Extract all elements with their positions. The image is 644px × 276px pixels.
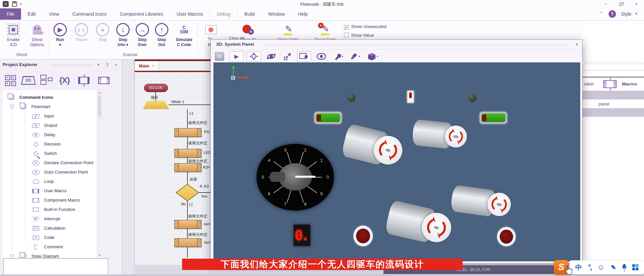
- expander-icon[interactable]: −: [10, 254, 14, 258]
- enable-icd-button[interactable]: EnableICD: [3, 22, 24, 47]
- green-led-bar[interactable]: [314, 111, 342, 124]
- microphone-icon[interactable]: [622, 264, 626, 271]
- 3d-panel-close-icon[interactable]: ×: [576, 42, 578, 47]
- expand-icon[interactable]: [282, 51, 294, 61]
- sphere-object[interactable]: [347, 94, 355, 102]
- component-macro-icon[interactable]: [96, 73, 112, 88]
- windows-icon[interactable]: [39, 73, 55, 88]
- sphere-object[interactable]: [468, 94, 476, 102]
- menu-item-debug[interactable]: Debug: [210, 8, 237, 20]
- motor[interactable]: [411, 116, 468, 154]
- led-component[interactable]: [407, 90, 414, 103]
- panel-close-icon[interactable]: ×: [115, 62, 118, 67]
- menu-item-command-icons[interactable]: Command Icons: [66, 8, 113, 20]
- tree-item-goto-connection-point[interactable]: AGoto Connection Point: [3, 168, 102, 177]
- style-caret-icon[interactable]: ▾: [635, 11, 637, 16]
- minimize-button[interactable]: –: [601, 1, 611, 7]
- flow-loop-node[interactable]: [143, 101, 169, 109]
- component-macro-node[interactable]: [174, 128, 201, 137]
- style-menu[interactable]: Style: [621, 11, 631, 17]
- tree-scrollbar[interactable]: ▲ ▼: [97, 90, 102, 258]
- component-macro-node[interactable]: [174, 149, 201, 158]
- checkbox-show-unexecuted[interactable]: ✓Show Unexecuted: [344, 24, 386, 30]
- collapse-marker[interactable]: [-]: [189, 202, 192, 206]
- component-macro-node[interactable]: [174, 163, 201, 172]
- tab-main[interactable]: Main ×: [135, 61, 159, 71]
- tree-item-loop[interactable]: Loop: [3, 177, 102, 186]
- tree-item-switch[interactable]: Switch: [3, 149, 102, 158]
- tree-item-built-in-function[interactable]: Built-in Function: [3, 205, 102, 214]
- panel-row[interactable]: [583, 91, 644, 99]
- grid-icon[interactable]: [632, 264, 638, 270]
- 3d-cube-icon[interactable]: 3D: [213, 51, 226, 61]
- tree-item-delay[interactable]: DDelay: [3, 130, 102, 140]
- checkbox-show-value[interactable]: Show Value: [344, 33, 374, 39]
- tree-item-state-diagram[interactable]: −State Diagram: [3, 252, 102, 258]
- menu-item-component-libraries[interactable]: Component Libraries: [113, 8, 170, 20]
- motor[interactable]: [450, 182, 513, 222]
- orbit-icon[interactable]: [264, 51, 278, 61]
- frame-icon[interactable]: [297, 51, 311, 61]
- menu-item-window[interactable]: Window: [261, 8, 291, 20]
- language-icon[interactable]: 中: [575, 263, 582, 272]
- menu-item-view[interactable]: View: [42, 8, 66, 20]
- flow-begin-node[interactable]: BEGIN: [144, 84, 168, 92]
- restore-button[interactable]: [616, 1, 626, 7]
- wheel-object[interactable]: [353, 226, 373, 246]
- panel-row-label[interactable]: panel: [599, 101, 609, 106]
- tree-item-component-macro[interactable]: Component Macro: [3, 196, 102, 205]
- pen-icon[interactable]: ✎: [611, 264, 616, 271]
- move-icon[interactable]: [247, 51, 261, 61]
- smiley-icon[interactable]: ☺: [597, 263, 605, 272]
- rotary-dial[interactable]: 0123456789: [257, 144, 334, 211]
- tree-item-output[interactable]: OOutput: [3, 121, 102, 130]
- checkbox-icon[interactable]: ✓: [344, 25, 349, 30]
- step-over-button[interactable]: →StepOver: [133, 22, 152, 47]
- ghost-options-button[interactable]: GhostOptions: [25, 22, 49, 47]
- menu-item-edit[interactable]: Edit: [21, 8, 42, 20]
- tab-close-icon[interactable]: ×: [152, 64, 154, 68]
- panel-row[interactable]: [583, 108, 644, 117]
- menu-item-file[interactable]: File: [0, 8, 21, 20]
- run--button[interactable]: ▶Run▾: [50, 22, 70, 47]
- quote-icon[interactable]: °,: [588, 263, 591, 272]
- user-macro-icon[interactable]: [76, 73, 92, 88]
- simulate-c-code-button[interactable]: CSIMSimulateC Code: [172, 22, 196, 47]
- collapse-marker[interactable]: [-]: [190, 111, 193, 115]
- tree-item-declare-connection-point[interactable]: A:Declare Connection Point: [3, 158, 102, 168]
- stop-button[interactable]: ■Stop: [93, 22, 112, 42]
- panel-dropdown-icon[interactable]: ▾: [98, 62, 100, 67]
- menu-item-user-macros[interactable]: User Macros: [170, 8, 210, 20]
- 3d-panel-titlebar[interactable]: 3D: System Panel ×: [211, 40, 582, 50]
- checkbox-icon[interactable]: [344, 33, 349, 37]
- menu-item-help[interactable]: Help: [291, 8, 314, 20]
- expander-icon[interactable]: −: [10, 105, 14, 108]
- component-macro-node[interactable]: [174, 238, 201, 247]
- scroll-thumb[interactable]: [98, 95, 101, 117]
- tree-item-interrupt[interactable]: INTInterrupt: [3, 214, 102, 224]
- step-out-button[interactable]: ↑StepOut: [152, 22, 171, 47]
- component-macro-node[interactable]: [174, 220, 201, 229]
- tree-item-user-macro[interactable]: User Macro: [3, 186, 102, 196]
- brush-icon[interactable]: ▾: [349, 51, 362, 61]
- close-button[interactable]: ×: [631, 1, 641, 7]
- box-icon[interactable]: ▾: [365, 51, 380, 61]
- io-icon[interactable]: I/O: [21, 73, 36, 88]
- scroll-up-icon[interactable]: ▲: [97, 91, 102, 94]
- braces-x-icon[interactable]: {X}: [57, 73, 72, 88]
- cursor-play-icon[interactable]: ▶: [229, 51, 244, 61]
- pin-icon[interactable]: [106, 62, 109, 66]
- eye-icon[interactable]: [314, 51, 328, 61]
- save-icon[interactable]: [12, 1, 17, 7]
- grid-add-icon[interactable]: ++++: [3, 73, 18, 88]
- tree-item-comment[interactable]: Comment: [3, 242, 102, 252]
- step-into-button[interactable]: ↓StepInto ▾: [114, 22, 132, 47]
- seven-segment-display[interactable]: 0.: [293, 224, 311, 246]
- tree-item-code[interactable]: CCode: [3, 233, 102, 242]
- wrench-icon[interactable]: ▾: [332, 51, 345, 61]
- tree-item-calculation[interactable]: Calculation: [3, 224, 102, 233]
- 3d-viewport[interactable]: 0123456789: [213, 62, 580, 261]
- pause-button[interactable]: ❙❙Pause: [71, 22, 92, 42]
- tree-item-input[interactable]: ❙Input: [3, 111, 102, 121]
- tree-item-decision[interactable]: Decision: [3, 140, 102, 149]
